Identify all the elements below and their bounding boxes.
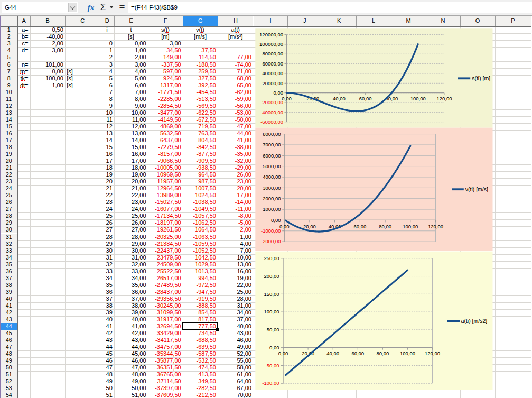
row-header-30[interactable]: 30	[0, 226, 18, 233]
row-header-12[interactable]: 12	[0, 103, 18, 109]
row-header-37[interactable]: 37	[0, 275, 18, 282]
row-header-48[interactable]: 48	[0, 350, 18, 357]
column-header-E[interactable]: E	[114, 16, 148, 26]
row-header-33[interactable]: 33	[0, 247, 18, 254]
row-header-2[interactable]: 2	[0, 33, 18, 40]
row-header-1[interactable]: 1	[0, 26, 18, 33]
column-header-I[interactable]: I	[254, 16, 288, 26]
equals-formula-icon[interactable]: =	[117, 1, 127, 13]
row-header-18[interactable]: 18	[0, 144, 18, 151]
row-header-40[interactable]: 40	[0, 295, 18, 302]
y-axis-label: 8000,00	[263, 131, 281, 137]
row-header-35[interactable]: 35	[0, 261, 18, 268]
row-header-3[interactable]: 3	[0, 40, 18, 47]
embedded-charts-layer: 120000,00100000,0080000,0060000,0040000,…	[0, 16, 532, 398]
y-axis-label: -100,00	[262, 380, 279, 386]
row-header-22[interactable]: 22	[0, 171, 18, 178]
row-header-5[interactable]: 5	[0, 54, 18, 61]
row-header-10[interactable]: 10	[0, 89, 18, 96]
x-axis-label: 60,00	[359, 96, 372, 101]
row-header-28[interactable]: 28	[0, 212, 18, 219]
row-header-36[interactable]: 36	[0, 268, 18, 275]
y-axis-label: -1000,00	[261, 228, 281, 234]
y-axis-label: 100000,00	[259, 41, 283, 47]
y-axis-label: 0,00	[269, 345, 279, 350]
row-header-24[interactable]: 24	[0, 185, 18, 192]
column-header-D[interactable]: D	[100, 16, 114, 26]
row-header-43[interactable]: 43	[0, 316, 18, 323]
legend-label[interactable]: v(ti) [m/s]	[465, 186, 488, 192]
column-header-M[interactable]: M	[391, 16, 426, 26]
column-header-F[interactable]: F	[148, 16, 183, 26]
row-header-49[interactable]: 49	[0, 357, 18, 364]
row-header-39[interactable]: 39	[0, 289, 18, 295]
column-header-L[interactable]: L	[356, 16, 391, 26]
row-header-11[interactable]: 11	[0, 96, 18, 103]
row-header-9[interactable]: 9	[0, 82, 18, 89]
row-header-44[interactable]: 44	[0, 323, 18, 330]
y-axis-label: -20000,00	[260, 99, 283, 105]
chart-2[interactable]: 8000,007000,006000,005000,004000,003000,…	[255, 128, 492, 251]
row-header-52[interactable]: 52	[0, 378, 18, 385]
sum-icon[interactable]: Σ	[98, 1, 108, 14]
column-header-C[interactable]: C	[65, 16, 100, 26]
row-header-23[interactable]: 23	[0, 178, 18, 185]
select-all-corner[interactable]	[0, 16, 18, 26]
cell-reference-name-box[interactable]: G44	[2, 2, 78, 13]
row-header-26[interactable]: 26	[0, 199, 18, 206]
row-header-25[interactable]: 25	[0, 192, 18, 199]
column-header-N[interactable]: N	[426, 16, 460, 26]
row-header-14[interactable]: 14	[0, 116, 18, 123]
row-header-31[interactable]: 31	[0, 234, 18, 240]
y-axis-label: 2000,00	[263, 196, 281, 201]
column-header-J[interactable]: J	[287, 16, 322, 26]
column-header-P[interactable]: P	[495, 16, 531, 26]
row-header-45[interactable]: 45	[0, 330, 18, 337]
name-box-dropdown-button[interactable]	[68, 3, 77, 12]
column-header-H[interactable]: H	[218, 16, 253, 26]
row-header-32[interactable]: 32	[0, 240, 18, 247]
column-header-separator	[391, 16, 391, 26]
column-header-G[interactable]: G	[183, 16, 218, 26]
row-header-27[interactable]: 27	[0, 206, 18, 212]
column-header-separator	[287, 16, 288, 26]
row-header-20[interactable]: 20	[0, 158, 18, 164]
row-header-29[interactable]: 29	[0, 219, 18, 226]
column-header-O[interactable]: O	[460, 16, 495, 26]
row-header-19[interactable]: 19	[0, 151, 18, 158]
row-header-16[interactable]: 16	[0, 130, 18, 137]
sum-dropdown-caret-icon[interactable]	[109, 6, 114, 8]
column-header-B[interactable]: B	[30, 16, 65, 26]
row-header-8[interactable]: 8	[0, 75, 18, 82]
row-header-38[interactable]: 38	[0, 282, 18, 289]
formula-input-line[interactable]: =(F44-F43)/$B$9	[128, 2, 532, 13]
row-header-34[interactable]: 34	[0, 254, 18, 261]
x-axis-label: 100,00	[400, 350, 415, 356]
row-header-46[interactable]: 46	[0, 337, 18, 344]
row-header-47[interactable]: 47	[0, 344, 18, 350]
row-header-50[interactable]: 50	[0, 364, 18, 371]
legend-label[interactable]: a(ti) [m/s2]	[461, 318, 488, 324]
row-header-17[interactable]: 17	[0, 137, 18, 144]
row-header-7[interactable]: 7	[0, 68, 18, 75]
row-header-41[interactable]: 41	[0, 302, 18, 309]
row-header-15[interactable]: 15	[0, 123, 18, 130]
legend-label[interactable]: s(ti) [m]	[472, 75, 490, 81]
row-header-21[interactable]: 21	[0, 164, 18, 171]
row-header-6[interactable]: 6	[0, 61, 18, 68]
x-axis-label: 80,00	[379, 224, 391, 229]
column-header-separator	[183, 16, 183, 26]
row-header-42[interactable]: 42	[0, 309, 18, 316]
row-header-54[interactable]: 54	[0, 392, 18, 398]
y-axis-label: 7000,00	[263, 142, 281, 147]
row-header-53[interactable]: 53	[0, 385, 18, 392]
column-header-A[interactable]: A	[18, 16, 31, 26]
row-header-51[interactable]: 51	[0, 371, 18, 378]
column-header-K[interactable]: K	[322, 16, 356, 26]
row-header-4[interactable]: 4	[0, 47, 18, 54]
function-wizard-icon[interactable]: fx	[85, 2, 97, 13]
chart-1[interactable]: 120000,00100000,0080000,0060000,0040000,…	[255, 28, 492, 127]
chart-3[interactable]: 250,00200,00150,00100,0050,000,00-50,00-…	[255, 252, 492, 390]
y-axis-label: 6000,00	[263, 153, 281, 159]
row-header-13[interactable]: 13	[0, 109, 18, 116]
